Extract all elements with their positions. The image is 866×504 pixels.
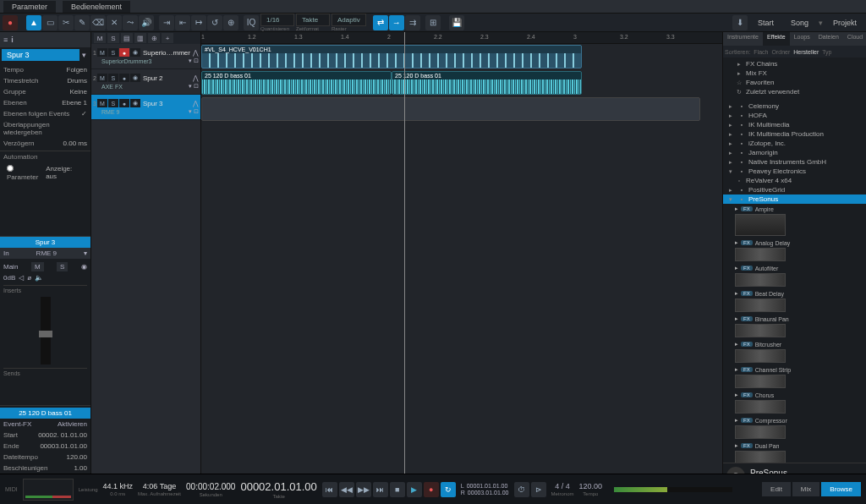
track-solo[interactable]: S: [108, 48, 118, 57]
projekt-page-button[interactable]: Projekt: [826, 17, 863, 29]
solo-button[interactable]: S: [57, 262, 68, 271]
forward-end-button[interactable]: ⏭: [373, 482, 388, 497]
track-mute[interactable]: M: [97, 48, 107, 57]
browser-item[interactable]: ▸Mix FX: [723, 68, 866, 78]
action-4[interactable]: ↺: [207, 15, 222, 30]
track-solo[interactable]: S: [108, 74, 118, 82]
browser-plugin[interactable]: ▫ReValver 4 x64: [723, 176, 866, 185]
sort-flach[interactable]: Flach: [754, 49, 768, 55]
browser-vendor[interactable]: ▾▪Peavey Electronics: [723, 167, 866, 176]
browser-tab[interactable]: Instrumente: [723, 32, 763, 46]
record-arm-button[interactable]: ●: [3, 15, 18, 30]
stop-button[interactable]: ■: [390, 482, 405, 497]
browser-effect[interactable]: ▸FXAutofilter: [723, 263, 866, 288]
arrow-tool[interactable]: ▲: [26, 15, 41, 30]
autoscroll-toggle[interactable]: ⇉: [405, 15, 420, 30]
time-seconds[interactable]: 00:00:02.000: [186, 482, 235, 491]
browser-vendor[interactable]: ▸▪Native Instruments GmbH: [723, 157, 866, 167]
browser-vendor[interactable]: ▸▪iZotope, Inc.: [723, 139, 866, 148]
browser-effect[interactable]: ▸FXChannel Strip: [723, 364, 866, 390]
ripple-toggle[interactable]: →: [389, 15, 404, 30]
track-mute[interactable]: M: [97, 99, 107, 107]
download-icon[interactable]: ⬇: [732, 15, 748, 30]
time-signature[interactable]: 4 / 4: [555, 482, 570, 490]
mute-button[interactable]: M: [31, 262, 44, 271]
sort-typ[interactable]: Typ: [822, 49, 831, 55]
rewind-start-button[interactable]: ⏮: [322, 482, 337, 497]
loop-right[interactable]: 00003.01.01.00: [468, 490, 509, 496]
param-value[interactable]: Ebene 1: [62, 99, 87, 107]
midi-clip[interactable]: #VL_S4_HCVE_V01CH1: [201, 45, 582, 68]
draw-tool[interactable]: ✎: [74, 15, 90, 30]
timeline-ruler[interactable]: 11.21.31.422.22.32.433.23.3: [201, 32, 722, 44]
audio-clip-2[interactable]: 25 120 D bass 01: [392, 71, 582, 95]
browser-item[interactable]: ▸FX Chains: [723, 59, 866, 68]
eventfx-value[interactable]: 00002. 01.01.00: [38, 431, 87, 439]
info-icon[interactable]: i: [11, 36, 14, 44]
param-value[interactable]: 0.00 ms: [63, 140, 87, 147]
browser-effect[interactable]: ▸FXAnalog Delay: [723, 238, 866, 263]
param-value[interactable]: ✓: [81, 110, 87, 118]
param-tab[interactable]: Parameter: [3, 1, 56, 13]
rewind-button[interactable]: ◀◀: [339, 482, 354, 497]
quantize-select[interactable]: 1/16: [260, 14, 294, 26]
track-automation-icon[interactable]: ⋀: [193, 49, 199, 57]
track-header[interactable]: 3 M S ● ◉ Spur 3 ⋀ RME 9▾⊡: [91, 95, 200, 120]
browser-tab[interactable]: Dateien: [814, 32, 843, 46]
browser-item[interactable]: ↻Zuletzt verwendet: [723, 87, 866, 96]
speaker-icon[interactable]: 🔈: [35, 274, 43, 282]
playhead[interactable]: [404, 32, 405, 489]
param-value[interactable]: Drums: [67, 77, 87, 85]
track-instrument[interactable]: AXE FX: [101, 84, 187, 90]
browse-view-button[interactable]: Browse: [821, 482, 861, 496]
track-mute[interactable]: M: [97, 74, 107, 82]
input-device-select[interactable]: RME 9: [36, 249, 57, 257]
eventfx-value[interactable]: 120.00: [67, 453, 87, 461]
timeformat-select[interactable]: Takte: [296, 14, 330, 26]
track-automation-icon[interactable]: ⋀: [193, 74, 199, 82]
range-tool[interactable]: ▭: [42, 15, 58, 30]
browser-effect[interactable]: ▸FXBitcrusher: [723, 339, 866, 364]
mute-tool[interactable]: ✕: [107, 15, 122, 30]
action-3[interactable]: ↦: [191, 15, 206, 30]
loop-button[interactable]: ↻: [441, 482, 456, 497]
record-button[interactable]: ●: [424, 482, 439, 497]
sort-ordner[interactable]: Ordner: [771, 49, 790, 55]
track-header[interactable]: 1 M S ● ◉ Superio…mmer ⋀ SuperiorDrummer…: [91, 44, 200, 69]
track-expand-icon[interactable]: ⊡: [194, 58, 199, 64]
track-monitor[interactable]: ◉: [130, 48, 140, 57]
browser-vendor[interactable]: ▸▪PositiveGrid: [723, 185, 866, 194]
browser-effect[interactable]: ▸FXAmpire: [723, 204, 866, 238]
edit-view-button[interactable]: Edit: [762, 482, 791, 496]
browser-tab[interactable]: Loops: [790, 32, 814, 46]
track-monitor[interactable]: ◉: [130, 74, 140, 82]
bedien-tab[interactable]: Bedienelement: [63, 1, 130, 13]
param-value[interactable]: Keine: [70, 88, 87, 96]
snap-select[interactable]: Adaptiv: [332, 14, 366, 26]
track-header[interactable]: 2 M S ● ◉ Spur 2 ⋀ AXE FX▾⊡: [91, 69, 200, 95]
metronome-button[interactable]: ⏱: [514, 482, 529, 497]
browser-vendor[interactable]: ▸▪Celemony: [723, 101, 866, 111]
track-rec[interactable]: ●: [119, 48, 129, 57]
pan-left-icon[interactable]: ◁: [19, 274, 24, 282]
save-button[interactable]: 💾: [449, 15, 464, 30]
phase-icon[interactable]: ø: [27, 274, 31, 282]
iq-button[interactable]: IQ: [244, 15, 259, 30]
browser-tab[interactable]: Cloud: [843, 32, 866, 46]
arrange-view[interactable]: 11.21.31.422.22.32.433.23.3 #VL_S4_HCVE_…: [201, 32, 722, 489]
sample-rate[interactable]: 44.1 kHz: [102, 482, 133, 490]
track-solo[interactable]: S: [108, 99, 118, 107]
browser-effect[interactable]: ▸FXChorus: [723, 390, 866, 415]
track-expand-icon[interactable]: ⊡: [194, 83, 199, 90]
eventfx-value[interactable]: 00003.01.01.00: [40, 442, 87, 450]
track-expand-icon[interactable]: ⊡: [194, 108, 199, 115]
hamburger-icon[interactable]: ≡: [3, 36, 8, 44]
grid-button[interactable]: ⊞: [425, 15, 441, 30]
forward-button[interactable]: ▶▶: [356, 482, 371, 497]
preroll-button[interactable]: ⊳: [531, 482, 546, 497]
global-mute[interactable]: M: [94, 33, 106, 43]
track-rec[interactable]: ●: [119, 99, 129, 107]
global-solo[interactable]: S: [107, 33, 119, 43]
song-page-button[interactable]: Song: [784, 17, 815, 29]
selected-track[interactable]: Spur 3: [2, 49, 79, 61]
